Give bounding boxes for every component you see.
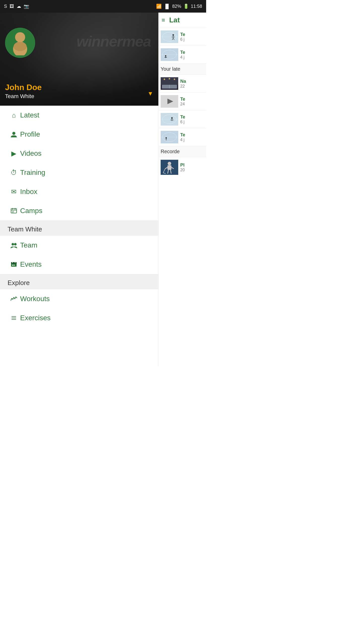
svg-rect-17: [14, 265, 15, 266]
svg-point-10: [12, 243, 14, 246]
avatar-figure: [10, 30, 30, 55]
your-latest-section: Your late: [159, 64, 206, 75]
sidebar-item-camps[interactable]: Camps: [0, 201, 158, 220]
svg-rect-57: [167, 165, 171, 170]
feed-thumb-9: [161, 160, 178, 175]
feed-thumb-6: [161, 113, 178, 126]
status-bar: S 🖼 ☁ 📷 📶 ▐▌ 82% 🔋 11:58: [0, 0, 206, 13]
sidebar-item-team[interactable]: Team: [0, 236, 158, 255]
your-latest-label: Your late: [161, 66, 180, 72]
play-thumbnail: [161, 95, 178, 108]
svg-point-47: [171, 117, 173, 119]
user-name: John Doe: [5, 83, 42, 92]
panel-title: Lat: [169, 16, 180, 24]
svg-point-3: [12, 132, 15, 135]
feed-item-2[interactable]: Te 4 j: [159, 46, 206, 64]
nav-section-team: Team Events: [0, 236, 158, 274]
feed-item-9[interactable]: Pl 20: [159, 157, 206, 177]
image-icon: 🖼: [10, 4, 14, 9]
sidebar-item-inbox-label: Inbox: [20, 188, 37, 196]
feed-info-2: Te 4 j: [180, 50, 204, 60]
avatar[interactable]: [5, 28, 35, 58]
feed-time-9: 20: [180, 168, 204, 172]
svg-rect-4: [11, 209, 17, 213]
svg-rect-16: [12, 265, 13, 266]
svg-point-0: [15, 32, 25, 42]
team-section-label: Team White: [8, 225, 42, 233]
svg-point-32: [165, 55, 166, 57]
feed-info-4: Na 22: [180, 79, 204, 89]
feed-title-7: Te: [180, 132, 204, 138]
feed-time-2: 4 j: [180, 55, 204, 60]
feed-info-1: Te 6 j: [180, 32, 204, 42]
battery-icon: 🔋: [183, 4, 189, 9]
sidebar-item-training-label: Training: [20, 169, 45, 177]
feed-time-6: 6 j: [180, 120, 204, 124]
feed-title-1: Te: [180, 32, 204, 37]
ice-rink-thumbnail-3: [161, 113, 178, 126]
feed-item-6[interactable]: Te 6 j: [159, 110, 206, 128]
events-icon: [8, 261, 20, 268]
sidebar-item-latest[interactable]: ⌂ Latest: [0, 106, 158, 125]
sidebar-item-workouts[interactable]: Workouts: [0, 289, 158, 308]
svg-rect-13: [11, 262, 17, 264]
ice-rink-thumbnail-4: [161, 131, 178, 143]
feed-title-2: Te: [180, 50, 204, 55]
camps-icon: [8, 208, 20, 214]
explore-section-header: Explore: [0, 274, 158, 289]
wifi-icon: 📶: [156, 4, 162, 9]
svg-point-56: [168, 162, 171, 165]
feed-time-1: 6 j: [180, 37, 204, 42]
sidebar-hero: winnermea John Doe Team White ▼: [0, 13, 158, 106]
hamburger-icon[interactable]: ≡: [162, 17, 165, 24]
feed-item-4[interactable]: Na 22: [159, 75, 206, 93]
sidebar-item-exercises-label: Exercises: [20, 314, 51, 322]
sidebar-item-team-label: Team: [20, 241, 37, 249]
cloud-icon: ☁: [17, 4, 21, 9]
sidebar-item-events[interactable]: Events: [0, 255, 158, 274]
sidebar-item-exercises[interactable]: Exercises: [0, 308, 158, 328]
inbox-icon: ✉: [8, 188, 20, 196]
feed-title-4: Na: [180, 79, 204, 84]
hero-bg-text: winnermea: [77, 33, 151, 50]
svg-point-53: [166, 137, 167, 139]
feed-info-5: Te 24: [180, 97, 204, 106]
nav-section-main: ⌂ Latest Profile ▶ Videos ⏱ Training: [0, 106, 158, 220]
s-app-icon: S: [4, 4, 7, 9]
sidebar-item-training[interactable]: ⏱ Training: [0, 163, 158, 182]
feed-item-5[interactable]: Te 24: [159, 93, 206, 110]
status-bar-right: 📶 ▐▌ 82% 🔋 11:58: [156, 4, 202, 9]
feed-thumb-2: [161, 48, 178, 61]
svg-point-38: [169, 78, 170, 79]
play-icon: ▶: [8, 150, 20, 157]
battery-text: 82%: [172, 4, 181, 9]
nav-section-explore: Workouts Exercises: [0, 289, 158, 328]
signal-icon: ▐▌: [164, 4, 170, 9]
feed-time-7: 4 j: [180, 138, 204, 142]
sidebar-item-inbox[interactable]: ✉ Inbox: [0, 182, 158, 201]
feed-item-7[interactable]: Te 4 j: [159, 128, 206, 146]
svg-point-37: [164, 78, 165, 80]
workouts-icon: [8, 295, 20, 302]
svg-point-24: [172, 34, 174, 36]
arena-thumbnail: [161, 77, 178, 90]
team-dropdown-arrow[interactable]: ▼: [147, 90, 153, 97]
recorded-section: Recorde: [159, 146, 206, 157]
home-icon: ⌂: [8, 111, 20, 119]
right-panel-header: ≡ Lat: [159, 13, 206, 28]
feed-time-5: 24: [180, 102, 204, 106]
feed-thumb-4: [161, 77, 178, 90]
timer-icon: ⏱: [8, 169, 20, 177]
svg-point-11: [14, 243, 17, 246]
feed-info-7: Te 4 j: [180, 132, 204, 142]
sidebar-item-camps-label: Camps: [20, 207, 42, 215]
feed-title-5: Te: [180, 97, 204, 102]
right-panel: ≡ Lat Te 6 j: [158, 13, 206, 366]
sidebar-item-latest-label: Latest: [20, 111, 39, 119]
sidebar-item-profile[interactable]: Profile: [0, 125, 158, 144]
exercises-icon: [8, 315, 20, 321]
sidebar-item-profile-label: Profile: [20, 130, 40, 138]
svg-point-2: [14, 42, 27, 51]
feed-item-1[interactable]: Te 6 j: [159, 28, 206, 46]
sidebar-item-videos[interactable]: ▶ Videos: [0, 144, 158, 163]
